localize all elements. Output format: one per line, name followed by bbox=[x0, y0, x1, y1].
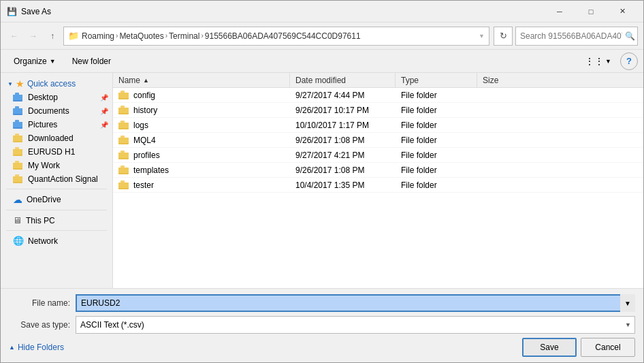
organize-button[interactable]: Organize ▼ bbox=[6, 52, 63, 70]
mywork-icon bbox=[13, 161, 24, 170]
col-header-type[interactable]: Type bbox=[396, 73, 477, 87]
maximize-button[interactable]: □ bbox=[575, 1, 607, 22]
sidebar-item-onedrive[interactable]: ☁ OneDrive bbox=[1, 192, 112, 207]
filename-dropdown-button[interactable]: ▼ bbox=[620, 294, 635, 312]
path-content: 📁 Roaming › MetaQuotes › Terminal › 9155… bbox=[68, 31, 476, 41]
view-button[interactable]: ⋮⋮ ▼ bbox=[580, 52, 616, 70]
dialog-title: Save As bbox=[21, 7, 544, 16]
file-name-cell: config bbox=[113, 88, 290, 102]
file-type-cell: File folder bbox=[396, 163, 477, 177]
pin-icon-2: 📌 bbox=[100, 108, 108, 115]
filename-label: File name: bbox=[9, 298, 70, 308]
file-type-cell: File folder bbox=[396, 178, 477, 192]
quick-access-header[interactable]: ▼ ★ Quick access bbox=[1, 76, 112, 91]
file-rows-container: config 9/27/2017 4:44 PM File folder his… bbox=[113, 88, 643, 193]
thispc-icon: 🖥 bbox=[13, 215, 22, 225]
view-icon: ⋮⋮ bbox=[585, 56, 604, 67]
sidebar-item-pictures[interactable]: Pictures 📌 bbox=[1, 118, 112, 131]
path-arrow-1: › bbox=[116, 32, 118, 40]
hide-folders-link[interactable]: ▲ Hide Folders bbox=[9, 343, 64, 352]
up-button[interactable]: ↑ bbox=[44, 28, 61, 44]
file-name-cell: history bbox=[113, 103, 290, 117]
organize-dropdown-icon: ▼ bbox=[50, 58, 56, 65]
sidebar-item-thispc[interactable]: 🖥 This PC bbox=[1, 213, 112, 227]
file-name-cell: logs bbox=[113, 118, 290, 132]
refresh-button[interactable]: ↻ bbox=[494, 27, 513, 46]
svg-rect-17 bbox=[13, 163, 22, 168]
filename-input[interactable] bbox=[76, 294, 635, 312]
dialog-icon: 💾 bbox=[6, 6, 17, 17]
table-row[interactable]: MQL4 9/26/2017 1:08 PM File folder bbox=[113, 133, 643, 148]
downloaded-icon bbox=[13, 133, 24, 143]
view-dropdown-icon: ▼ bbox=[605, 58, 611, 65]
sidebar-item-downloaded[interactable]: Downloaded bbox=[1, 131, 112, 145]
path-dropdown-arrow: ▼ bbox=[479, 33, 485, 40]
sidebar-item-eurusd[interactable]: EURUSD H1 bbox=[1, 145, 112, 159]
file-type-cell: File folder bbox=[396, 103, 477, 117]
filename-row: File name: ▼ bbox=[9, 294, 635, 312]
back-button[interactable]: ← bbox=[6, 28, 22, 44]
hide-folders-arrow: ▲ bbox=[9, 344, 15, 351]
svg-rect-14 bbox=[13, 149, 22, 155]
sidebar-divider-1 bbox=[6, 189, 107, 189]
pictures-icon bbox=[13, 120, 24, 129]
path-segment-metaquotes: MetaQuotes bbox=[119, 31, 163, 41]
sidebar-item-documents[interactable]: Documents 📌 bbox=[1, 104, 112, 118]
file-type-cell: File folder bbox=[396, 118, 477, 132]
file-date-cell: 9/27/2017 4:44 PM bbox=[290, 88, 396, 102]
svg-rect-11 bbox=[13, 136, 22, 141]
file-name-cell: templates bbox=[113, 163, 290, 177]
file-size-cell bbox=[477, 118, 532, 132]
forward-button[interactable]: → bbox=[25, 28, 42, 44]
sidebar-item-quantaction[interactable]: QuantAction Signal bbox=[1, 172, 112, 186]
col-header-name[interactable]: Name ▲ bbox=[113, 73, 290, 87]
save-button[interactable]: Save bbox=[522, 338, 577, 357]
folder-icon bbox=[118, 121, 129, 130]
saveas-select-wrapper: ASCII Text (*.csv) All Files (*.*) ▼ bbox=[76, 316, 635, 334]
file-name-cell: tester bbox=[113, 178, 290, 192]
save-as-dialog: 💾 Save As ─ □ ✕ ← → ↑ 📁 Roaming › MetaQu… bbox=[0, 0, 644, 363]
sidebar-item-network[interactable]: 🌐 Network bbox=[1, 234, 112, 248]
file-type-cell: File folder bbox=[396, 88, 477, 102]
file-date-cell: 9/27/2017 4:21 PM bbox=[290, 148, 396, 162]
table-row[interactable]: logs 10/10/2017 1:17 PM File folder bbox=[113, 118, 643, 133]
help-button[interactable]: ? bbox=[620, 52, 638, 70]
file-size-cell bbox=[477, 103, 532, 117]
saveas-select[interactable]: ASCII Text (*.csv) All Files (*.*) bbox=[76, 316, 635, 334]
col-sort-icon: ▲ bbox=[143, 77, 149, 84]
file-size-cell bbox=[477, 88, 532, 102]
sidebar-item-mywork[interactable]: My Work bbox=[1, 159, 112, 172]
col-header-date[interactable]: Date modified bbox=[290, 73, 396, 87]
main-content: ▼ ★ Quick access Desktop 📌 bbox=[1, 73, 643, 288]
file-size-cell bbox=[477, 178, 532, 192]
close-button[interactable]: ✕ bbox=[607, 1, 638, 22]
folder-icon bbox=[118, 106, 129, 115]
path-arrow-3: › bbox=[201, 32, 203, 40]
action-row: ▲ Hide Folders Save Cancel bbox=[9, 338, 635, 357]
sidebar-item-desktop[interactable]: Desktop 📌 bbox=[1, 91, 112, 104]
address-path[interactable]: 📁 Roaming › MetaQuotes › Terminal › 9155… bbox=[63, 27, 489, 46]
search-box[interactable]: 🔍 bbox=[515, 27, 638, 46]
minimize-button[interactable]: ─ bbox=[544, 1, 575, 22]
sidebar-divider-3 bbox=[6, 230, 107, 231]
quick-access-chevron: ▼ bbox=[7, 81, 13, 87]
table-row[interactable]: tester 10/4/2017 1:35 PM File folder bbox=[113, 178, 643, 193]
table-row[interactable]: history 9/26/2017 10:17 PM File folder bbox=[113, 103, 643, 118]
table-row[interactable]: profiles 9/27/2017 4:21 PM File folder bbox=[113, 148, 643, 163]
cancel-button[interactable]: Cancel bbox=[581, 338, 635, 357]
table-row[interactable]: config 9/27/2017 4:44 PM File folder bbox=[113, 88, 643, 103]
saveas-label: Save as type: bbox=[9, 320, 70, 330]
filename-input-wrapper: ▼ bbox=[76, 294, 635, 312]
desktop-icon bbox=[13, 93, 24, 102]
quantaction-icon bbox=[13, 174, 24, 184]
titlebar-buttons: ─ □ ✕ bbox=[544, 1, 638, 22]
file-date-cell: 9/26/2017 10:17 PM bbox=[290, 103, 396, 117]
col-header-size[interactable]: Size bbox=[477, 73, 532, 87]
sidebar: ▼ ★ Quick access Desktop 📌 bbox=[1, 73, 113, 288]
folder-icon bbox=[118, 165, 129, 175]
table-row[interactable]: templates 9/26/2017 1:08 PM File folder bbox=[113, 163, 643, 178]
file-type-cell: File folder bbox=[396, 133, 477, 147]
new-folder-button[interactable]: New folder bbox=[65, 52, 118, 70]
svg-rect-41 bbox=[118, 183, 129, 188]
search-input[interactable] bbox=[520, 31, 622, 41]
